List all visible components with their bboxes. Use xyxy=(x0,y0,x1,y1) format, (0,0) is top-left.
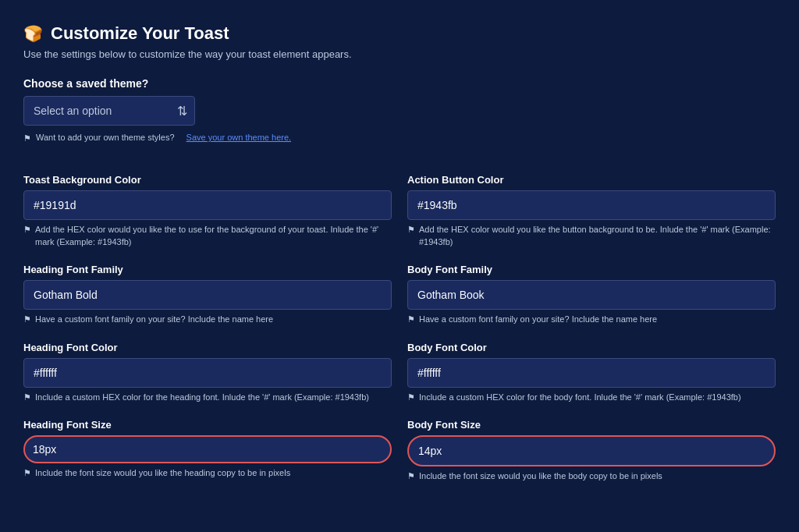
heading-font-color-hint: ⚑ Include a custom HEX color for the hea… xyxy=(23,392,392,403)
body-font-size-group: Body Font Size ⚑ Include the font size w… xyxy=(407,419,776,482)
heading-font-color-input[interactable] xyxy=(23,358,392,388)
body-font-size-hint: ⚑ Include the font size would you like t… xyxy=(407,470,776,482)
action-button-color-input[interactable] xyxy=(407,190,776,220)
heading-font-size-hint: ⚑ Include the font size would you like t… xyxy=(23,467,392,479)
toast-icon: 🍞 xyxy=(23,24,43,43)
flag-icon-bfs: ⚑ xyxy=(407,470,415,482)
page-header: 🍞 Customize Your Toast xyxy=(23,23,776,44)
fields-grid: Toast Background Color ⚑ Add the HEX col… xyxy=(23,174,776,498)
action-button-color-hint: ⚑ Add the HEX color would you like the b… xyxy=(407,224,776,248)
flag-icon: ⚑ xyxy=(23,133,31,144)
theme-hint-text: Want to add your own theme styles? xyxy=(36,132,175,144)
flag-icon-hfc: ⚑ xyxy=(23,392,31,403)
body-font-size-label: Body Font Size xyxy=(407,419,776,431)
action-button-color-label: Action Button Color xyxy=(407,174,776,186)
flag-icon-bfc: ⚑ xyxy=(407,392,415,403)
flag-icon-hff: ⚑ xyxy=(23,314,31,325)
heading-font-color-group: Heading Font Color ⚑ Include a custom HE… xyxy=(23,342,392,403)
body-font-size-input[interactable] xyxy=(407,435,776,466)
toast-bg-color-group: Toast Background Color ⚑ Add the HEX col… xyxy=(23,174,392,248)
theme-section: Choose a saved theme? Select an option ⇅… xyxy=(23,77,776,163)
heading-font-family-input[interactable] xyxy=(23,280,392,310)
action-button-color-group: Action Button Color ⚑ Add the HEX color … xyxy=(407,174,776,248)
flag-icon-action: ⚑ xyxy=(407,224,415,236)
page-title: Customize Your Toast xyxy=(51,23,229,44)
body-font-family-group: Body Font Family ⚑ Have a custom font fa… xyxy=(407,264,776,325)
body-font-color-input[interactable] xyxy=(407,358,776,388)
page-subtitle: Use the settings below to customize the … xyxy=(23,48,776,60)
heading-font-size-input[interactable] xyxy=(23,435,392,463)
heading-font-family-group: Heading Font Family ⚑ Have a custom font… xyxy=(23,264,392,325)
flag-icon-hfs: ⚑ xyxy=(23,467,31,479)
body-font-family-hint: ⚑ Have a custom font family on your site… xyxy=(407,314,776,325)
body-font-color-group: Body Font Color ⚑ Include a custom HEX c… xyxy=(407,342,776,403)
body-font-family-input[interactable] xyxy=(407,280,776,310)
toast-bg-color-label: Toast Background Color xyxy=(23,174,392,186)
body-font-color-label: Body Font Color xyxy=(407,342,776,353)
theme-select-wrapper: Select an option ⇅ xyxy=(23,96,195,126)
heading-font-family-label: Heading Font Family xyxy=(23,264,392,275)
theme-select[interactable]: Select an option xyxy=(23,96,195,126)
body-font-family-label: Body Font Family xyxy=(407,264,776,275)
flag-icon-bg: ⚑ xyxy=(23,224,31,236)
heading-font-color-label: Heading Font Color xyxy=(23,342,392,353)
theme-hint: ⚑ Want to add your own theme styles? Sav… xyxy=(23,132,776,144)
toast-bg-color-input[interactable] xyxy=(23,190,392,220)
flag-icon-bff: ⚑ xyxy=(407,314,415,325)
toast-bg-color-hint: ⚑ Add the HEX color would you like the t… xyxy=(23,224,392,248)
heading-font-size-label: Heading Font Size xyxy=(23,419,392,431)
heading-font-size-group: Heading Font Size ⚑ Include the font siz… xyxy=(23,419,392,482)
theme-label: Choose a saved theme? xyxy=(23,77,776,90)
body-font-color-hint: ⚑ Include a custom HEX color for the bod… xyxy=(407,392,776,403)
heading-font-family-hint: ⚑ Have a custom font family on your site… xyxy=(23,314,392,325)
theme-hint-link[interactable]: Save your own theme here. xyxy=(186,132,292,144)
